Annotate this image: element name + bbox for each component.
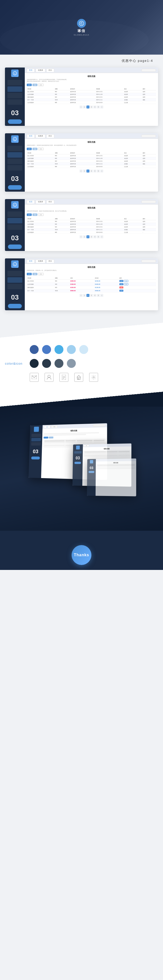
topbar-search-4[interactable]: [141, 259, 156, 262]
table-row: 双十一专券 ¥100 ¥599.00 ¥499.00 使用: [27, 289, 156, 293]
sidebar-menu-2[interactable]: [8, 86, 22, 92]
page-next-2[interactable]: >: [100, 170, 103, 172]
sidebar-menu-11[interactable]: [8, 224, 22, 230]
svg-point-11: [48, 375, 50, 377]
tag-discount-1[interactable]: 折扣: [38, 84, 44, 86]
tag-full-4[interactable]: 满减: [32, 273, 37, 275]
use-btn-3[interactable]: 领取: [119, 286, 123, 288]
main-content-3: 领取优惠 查看全部可用优惠券，根据订单选择最优优惠方案，最大化节省消费金额。 全…: [27, 207, 156, 249]
sidebar-menu-1[interactable]: [8, 80, 22, 85]
tag-all-1[interactable]: 全部: [27, 84, 32, 86]
tag-full-3[interactable]: 满减: [32, 213, 37, 216]
table-row: 双十一专券 ¥100 满500可用 2024-11-11 未领取 领取: [27, 99, 156, 101]
tab-home-3[interactable]: 首页: [27, 200, 35, 204]
tag-all-3[interactable]: 全部: [27, 213, 32, 216]
page-next-1[interactable]: >: [100, 105, 103, 108]
col-header: 使用条件: [70, 88, 95, 91]
sidebar-btn-2[interactable]: [8, 185, 22, 189]
tab-home-1[interactable]: 首页: [27, 68, 35, 72]
use-btn-2[interactable]: 使用: [119, 283, 123, 285]
sidebar-logo-3: C: [11, 201, 19, 208]
sidebar-menu-8[interactable]: [8, 165, 22, 170]
tab-points-4[interactable]: 积分: [46, 259, 54, 263]
tab-coupon-4[interactable]: 优惠券: [36, 259, 45, 263]
tag-discount-4[interactable]: 折扣: [38, 273, 44, 275]
sidebar-menu-4[interactable]: [8, 99, 22, 105]
sidebar-btn-1[interactable]: [8, 119, 22, 124]
tab-coupon-3[interactable]: 优惠券: [36, 200, 45, 204]
sidebar-menu-5[interactable]: [8, 146, 22, 151]
sidebar-btn-3[interactable]: [8, 245, 22, 249]
use-btn-1[interactable]: 使用: [119, 280, 123, 282]
pagination-2: < 1 2 3 4 5 >: [27, 170, 156, 172]
svg-text:C: C: [14, 204, 16, 206]
svg-rect-17: [78, 378, 79, 380]
sidebar-menu-7[interactable]: [8, 159, 22, 164]
icon-row: [5, 373, 158, 382]
col-header: 券名称: [27, 88, 54, 91]
tab-coupon-2[interactable]: 优惠券: [36, 134, 45, 138]
sidebar-menu-10[interactable]: [8, 218, 22, 223]
tab-points-3[interactable]: 积分: [46, 200, 54, 204]
tags-3: 全部 满减 折扣: [27, 213, 156, 216]
page-3[interactable]: 3: [90, 105, 93, 108]
sidebar-menu-6[interactable]: [8, 152, 22, 158]
page-5[interactable]: 5: [97, 105, 100, 108]
p2-2[interactable]: 2: [87, 170, 89, 172]
p5-2[interactable]: 5: [97, 170, 100, 172]
screen-mockup-2: C 03 首页 优惠券 积分 领取优惠 优惠券列表展示，请选择合适的优惠券进行使…: [5, 133, 158, 192]
home-icon: [74, 373, 83, 382]
coupon-table-3: 券名称 面额 使用条件 有效期 状态 操作 新人专享券¥50满200可用2024…: [27, 218, 156, 234]
dark-circles-row: color&icon: [5, 359, 158, 368]
color-swatch-5: [79, 345, 88, 354]
p1-2[interactable]: 1: [83, 170, 86, 172]
tag-full-2[interactable]: 满减: [32, 148, 37, 150]
p3-2[interactable]: 3: [90, 170, 93, 172]
table-row: 会员专属券¥30满150可用2024-11-30未使用使用: [27, 223, 156, 226]
tab-coupon-1[interactable]: 优惠券: [36, 68, 45, 72]
detail-btn-1[interactable]: 详情: [124, 280, 128, 282]
page-prev-2[interactable]: <: [79, 170, 82, 172]
p4-2[interactable]: 4: [93, 170, 97, 172]
tag-full-1[interactable]: 满减: [32, 84, 37, 86]
tab-points-2[interactable]: 积分: [46, 134, 54, 138]
pagination-4: < 1 2 3 4 5 >: [27, 294, 156, 297]
page-2[interactable]: 2: [87, 105, 89, 108]
table-row: 限时优惠券¥20满100可用2024-10-31未使用使用: [27, 226, 156, 228]
topbar-search-2[interactable]: [141, 135, 156, 137]
svg-text:C: C: [14, 72, 16, 75]
pagination-3: < 1 2 3 4 5 >: [27, 235, 156, 238]
tag-discount-2[interactable]: 折扣: [38, 148, 44, 150]
sidebar-btn-4[interactable]: [8, 304, 22, 308]
tab-home-2[interactable]: 首页: [27, 134, 35, 138]
detail-btn-2[interactable]: 详情: [124, 283, 128, 285]
topbar-3: 首页 优惠券 积分: [25, 199, 158, 205]
dark-swatch-1: [30, 359, 39, 368]
sidebar-1: C 03: [5, 67, 25, 126]
tab-home-4[interactable]: 首页: [27, 259, 35, 263]
page-1[interactable]: 1: [83, 105, 86, 108]
page-prev-1[interactable]: <: [79, 105, 82, 108]
tag-all-4[interactable]: 全部: [27, 273, 32, 275]
sidebar-menu-3[interactable]: [8, 93, 22, 98]
sidebar-menu-9[interactable]: [8, 212, 22, 217]
body-3: 领取优惠 查看全部可用优惠券，根据订单选择最优优惠方案，最大化节省消费金额。 全…: [25, 205, 158, 251]
content-desc-2: 优惠券列表展示，请选择合适的优惠券进行使用。每张优惠券限用一次，请在有效期内使用…: [27, 145, 156, 146]
hero-section: C 琢信 GLOBALBULK: [0, 0, 163, 55]
sidebar-logo-2: C: [11, 135, 19, 143]
page-4[interactable]: 4: [93, 105, 97, 108]
table-row: 新人专享券 ¥50 ¥299.00 ¥249.00 使用详情: [27, 280, 156, 283]
color-icon-label: color&icon: [5, 362, 30, 365]
content-title-4: 领取优惠: [27, 266, 156, 269]
tag-discount-3[interactable]: 折扣: [38, 213, 44, 216]
topbar-search-1[interactable]: [141, 69, 156, 72]
tab-points-1[interactable]: 积分: [46, 68, 54, 72]
use-btn-4[interactable]: 使用: [119, 290, 123, 292]
sidebar-3: C 03: [5, 199, 25, 251]
tag-all-2[interactable]: 全部: [27, 148, 32, 150]
table-row: 生日特惠券 ¥88 满300可用 2024-09-30 已过期 -: [27, 101, 156, 104]
thanks-section: Thanks: [0, 531, 163, 570]
topbar-search-3[interactable]: [141, 200, 156, 203]
table-row: 限时优惠券 ¥20 ¥150.00 ¥130.00 领取: [27, 286, 156, 289]
table-row: 新人专享券¥50满200可用2024-12-31未使用使用: [27, 220, 156, 223]
